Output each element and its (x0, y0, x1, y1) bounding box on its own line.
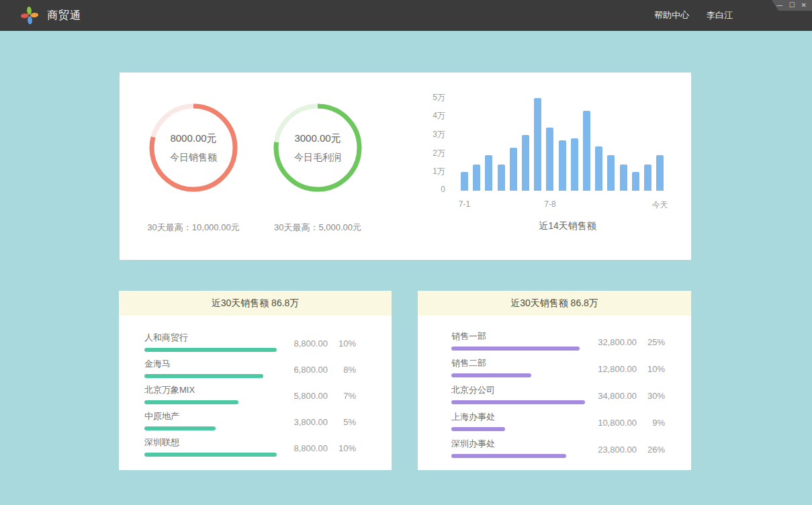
rank-item-percent: 9% (637, 418, 665, 428)
rank-item-percent: 8% (328, 365, 356, 375)
rank-row: 人和商贸行8,800.0010% (144, 330, 392, 357)
today-profit-caption: 今日毛利润 (294, 152, 341, 164)
x-axis-tick-label: 7-1 (448, 199, 482, 209)
y-axis-tick-label: 3万 (416, 129, 445, 140)
bar (607, 155, 615, 191)
rank-item-bar (451, 454, 566, 458)
x-axis-tick-label: 7-8 (533, 199, 567, 209)
rank-item-values: 8,800.0010% (264, 338, 356, 349)
bar (510, 148, 517, 191)
rank-item-values: 5,800.007% (264, 391, 356, 401)
x-axis-tick-label: 今天 (643, 199, 677, 211)
rank-item-values: 23,800.0026% (573, 445, 665, 455)
rank-item-bar (144, 400, 238, 404)
username-menu[interactable]: 李白江 (707, 9, 733, 21)
rank-row: 中原地产3,800.005% (144, 409, 392, 435)
department-rank-title: 近30天销售额 86.8万 (418, 291, 691, 316)
rank-item-percent: 30% (637, 391, 665, 401)
y-axis-tick-label: 5万 (416, 92, 445, 103)
today-profit-value: 3000.00元 (294, 132, 341, 145)
rank-item-values: 6,800.008% (264, 365, 356, 375)
rank-row: 销售一部32,800.0025% (451, 329, 691, 356)
rank-row: 深圳办事处23,800.0026% (451, 437, 691, 463)
rank-item-percent: 26% (637, 445, 665, 455)
rank-item-values: 3,800.005% (264, 417, 356, 427)
rank-item-bar (451, 373, 531, 377)
rank-item-bar (451, 347, 580, 351)
rank-item-bar (451, 427, 505, 431)
rank-row: 上海办事处10,800.009% (451, 410, 691, 437)
bar (620, 165, 627, 191)
titlebar: 商贸通 帮助中心 李白江 —☐✕ (0, 0, 812, 31)
help-center-link[interactable]: 帮助中心 (654, 9, 689, 21)
sales-14d-bar-chart: 01万2万3万4万5万7-17-8今天 (415, 91, 684, 238)
rank-item-values: 32,800.0025% (573, 337, 665, 347)
app-title: 商贸通 (47, 9, 81, 23)
today-sales-caption: 今日销售额 (170, 152, 217, 164)
rank-item-amount: 3,800.00 (264, 417, 328, 427)
customer-rank-title: 近30天销售额 86.8万 (119, 291, 392, 316)
y-axis-tick-label: 1万 (416, 166, 445, 177)
rank-item-amount: 12,800.00 (573, 364, 637, 374)
rank-item-percent: 10% (328, 338, 356, 349)
customer-rank-list: 人和商贸行8,800.0010%金海马6,800.008%北京万象MIX5,80… (119, 316, 392, 470)
rank-row: 北京万象MIX5,800.007% (144, 383, 392, 409)
rank-item-percent: 10% (328, 443, 356, 453)
rank-item-bar (451, 400, 585, 404)
rank-item-bar (144, 426, 216, 430)
donut-chart-today-profit: 3000.00元 今日毛利润 (272, 102, 363, 193)
donut-chart-today-sales: 8000.00元 今日销售额 (148, 102, 239, 193)
rank-row: 北京分公司34,800.0030% (451, 383, 691, 410)
bar (632, 172, 639, 191)
today-sales-value: 8000.00元 (170, 132, 216, 145)
rank-item-values: 10,800.009% (573, 418, 665, 428)
rank-item-bar (144, 453, 277, 457)
rank-row: 销售二部12,800.0010% (451, 356, 691, 383)
bar (498, 165, 505, 191)
bar (546, 128, 553, 191)
bar (656, 155, 664, 191)
rank-item-bar (144, 374, 263, 378)
rank-item-percent: 10% (637, 364, 665, 374)
rank-item-amount: 5,800.00 (264, 391, 328, 401)
minimize-button[interactable]: — (776, 2, 783, 9)
department-rank-card: 近30天销售额 86.8万 销售一部32,800.0025%销售二部12,800… (418, 291, 691, 470)
bar (485, 155, 492, 191)
overview-card: 8000.00元 今日销售额 3000.00元 今日毛利润 30天最高：10,0… (120, 73, 691, 260)
bar (583, 111, 590, 191)
rank-item-amount: 23,800.00 (573, 445, 637, 455)
rank-row: 金海马6,800.008% (144, 357, 392, 383)
rank-item-values: 12,800.0010% (573, 364, 665, 374)
maximize-button[interactable]: ☐ (789, 2, 795, 9)
bar (522, 135, 529, 191)
rank-item-percent: 5% (328, 417, 356, 427)
bar (473, 165, 480, 191)
rank-row: 深圳联想8,800.0010% (144, 435, 392, 461)
rank-item-values: 8,800.0010% (264, 443, 356, 453)
y-axis-tick-label: 2万 (416, 148, 445, 159)
bar-chart-title: 近14天销售额 (467, 220, 668, 232)
bar (595, 146, 602, 191)
bar (644, 165, 651, 191)
profit-30d-max: 30天最高：5,000.00元 (244, 222, 392, 234)
bar (534, 98, 541, 191)
close-button[interactable]: ✕ (801, 2, 807, 9)
bar (461, 172, 468, 191)
bar (571, 138, 578, 191)
rank-item-values: 34,800.0030% (573, 391, 665, 401)
bar (559, 140, 566, 191)
y-axis-tick-label: 0 (416, 185, 445, 194)
customer-rank-card: 近30天销售额 86.8万 人和商贸行8,800.0010%金海马6,800.0… (119, 291, 392, 470)
rank-item-bar (144, 348, 277, 352)
department-rank-list: 销售一部32,800.0025%销售二部12,800.0010%北京分公司34,… (418, 316, 691, 470)
pinwheel-logo-icon (20, 6, 39, 25)
y-axis-tick-label: 4万 (416, 110, 445, 122)
rank-item-amount: 34,800.00 (573, 391, 637, 401)
rank-item-percent: 7% (328, 391, 356, 401)
rank-item-amount: 6,800.00 (264, 365, 328, 375)
rank-item-amount: 8,800.00 (264, 338, 328, 349)
rank-item-amount: 32,800.00 (573, 337, 637, 347)
rank-item-amount: 8,800.00 (264, 443, 328, 453)
rank-item-percent: 25% (637, 337, 665, 347)
rank-item-amount: 10,800.00 (573, 418, 637, 428)
